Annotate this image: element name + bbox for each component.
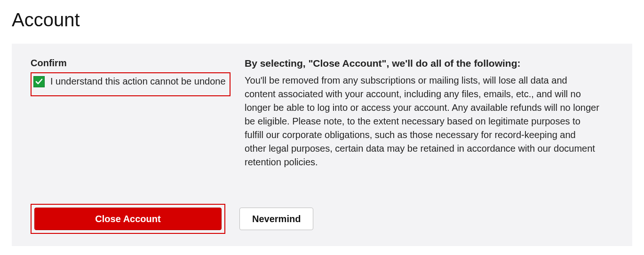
confirm-highlight-box: I understand this action cannot be undon…	[31, 72, 231, 96]
confirm-checkbox[interactable]	[33, 76, 45, 87]
info-body: You'll be removed from any subscriptions…	[245, 74, 599, 169]
confirm-column: Confirm I understand this action cannot …	[31, 58, 231, 96]
confirm-heading: Confirm	[31, 58, 231, 69]
info-heading: By selecting, "Close Account", we'll do …	[245, 58, 599, 69]
close-account-highlight-box: Close Account	[31, 204, 225, 234]
page-title: Account	[12, 9, 632, 31]
account-close-panel: Confirm I understand this action cannot …	[12, 44, 632, 246]
panel-top: Confirm I understand this action cannot …	[31, 58, 613, 169]
confirm-checkbox-label: I understand this action cannot be undon…	[50, 75, 226, 88]
button-row: Close Account Nevermind	[31, 204, 613, 234]
close-account-button[interactable]: Close Account	[34, 208, 222, 230]
nevermind-button[interactable]: Nevermind	[239, 208, 313, 230]
confirm-checkbox-row: I understand this action cannot be undon…	[33, 75, 227, 88]
checkmark-icon	[35, 78, 43, 85]
info-column: By selecting, "Close Account", we'll do …	[245, 58, 613, 169]
